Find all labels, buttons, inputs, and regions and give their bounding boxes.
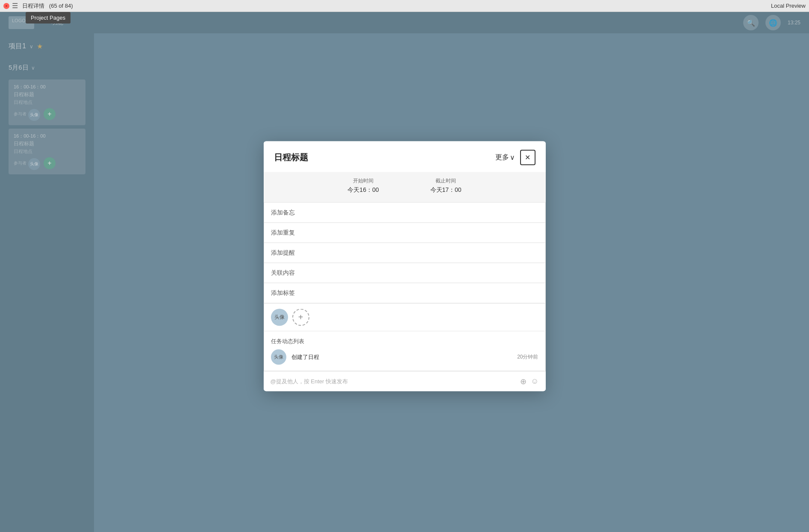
activity-avatar-1: 头像 (271, 349, 286, 364)
modal-fields: 添加备忘 添加重复 添加提醒 关联内容 添加标签 (264, 203, 545, 303)
modal-header-actions: 更多 ∨ ✕ (495, 150, 535, 165)
comment-link-icon[interactable]: ⊕ (520, 376, 527, 386)
project-pages-tooltip: Project Pages (26, 12, 71, 24)
participant-avatar[interactable]: 头像 (271, 309, 288, 326)
menu-icon[interactable]: ☰ (12, 2, 18, 10)
modal-more-label: 更多 (495, 153, 509, 162)
modal-header: 日程标题 更多 ∨ ✕ (264, 141, 546, 172)
modal-more-icon: ∨ (510, 153, 515, 162)
field-memo[interactable]: 添加备忘 (264, 203, 545, 223)
start-time-label: 开始时间 (347, 177, 379, 184)
field-repeat-label: 添加重复 (271, 229, 295, 236)
field-repeat[interactable]: 添加重复 (264, 223, 545, 243)
end-time-value: 今天17：00 (430, 186, 462, 194)
participants-section: 头像 + (264, 303, 546, 331)
field-memo-label: 添加备忘 (271, 209, 295, 216)
page-info: (65 of 84) (49, 3, 73, 9)
end-time-label: 截止时间 (430, 177, 462, 184)
close-icon: × (5, 4, 7, 8)
comment-emoji-icon[interactable]: ☺ (531, 377, 538, 386)
comment-section: @提及他人，按 Enter 快速发布 ⊕ ☺ (264, 371, 546, 391)
fields-container: 添加备忘 添加重复 添加提醒 关联内容 添加标签 (264, 202, 546, 303)
title-bar: × ☰ 日程详情 (65 of 84) Local Preview (0, 0, 809, 12)
activity-title: 任务动态列表 (271, 337, 538, 345)
tooltip-label: Project Pages (31, 15, 65, 21)
modal-title: 日程标题 (274, 152, 308, 163)
start-time-block[interactable]: 开始时间 今天16：00 (347, 177, 379, 194)
field-related-label: 关联内容 (271, 269, 295, 276)
comment-icons: ⊕ ☺ (520, 376, 538, 386)
modal-time-section: 开始时间 今天16：00 截止时间 今天17：00 (264, 172, 546, 202)
activity-avatar-label: 头像 (274, 354, 283, 360)
modal-more-button[interactable]: 更多 ∨ (495, 153, 515, 162)
avatar-label: 头像 (274, 314, 285, 321)
modal-dialog: 日程标题 更多 ∨ ✕ 开始时间 今天16：00 截止时间 今天17：00 添加… (264, 141, 546, 391)
comment-placeholder: @提及他人，按 Enter 快速发布 (271, 378, 348, 384)
activity-description-1: 创建了日程 (291, 353, 512, 361)
start-time-value: 今天16：00 (347, 186, 379, 194)
end-time-block[interactable]: 截止时间 今天17：00 (430, 177, 462, 194)
comment-input[interactable]: @提及他人，按 Enter 快速发布 (271, 377, 521, 385)
add-participant-button[interactable]: + (292, 309, 309, 326)
modal-close-icon: ✕ (525, 153, 530, 162)
activity-section: 任务动态列表 头像 创建了日程 20分钟前 (264, 331, 546, 371)
field-reminder[interactable]: 添加提醒 (264, 243, 545, 263)
activity-item-1: 头像 创建了日程 20分钟前 (271, 349, 538, 364)
field-reminder-label: 添加提醒 (271, 249, 295, 256)
page-title: 日程详情 (22, 3, 44, 9)
preview-label: Local Preview (771, 3, 806, 9)
activity-time-1: 20分钟前 (517, 353, 538, 361)
add-participant-icon: + (298, 312, 303, 322)
field-tag-label: 添加标签 (271, 289, 295, 297)
title-bar-text: 日程详情 (65 of 84) (22, 2, 771, 10)
close-button[interactable]: × (3, 3, 9, 9)
field-related[interactable]: 关联内容 (264, 263, 545, 283)
field-tag[interactable]: 添加标签 (264, 283, 545, 303)
modal-close-button[interactable]: ✕ (520, 150, 535, 165)
